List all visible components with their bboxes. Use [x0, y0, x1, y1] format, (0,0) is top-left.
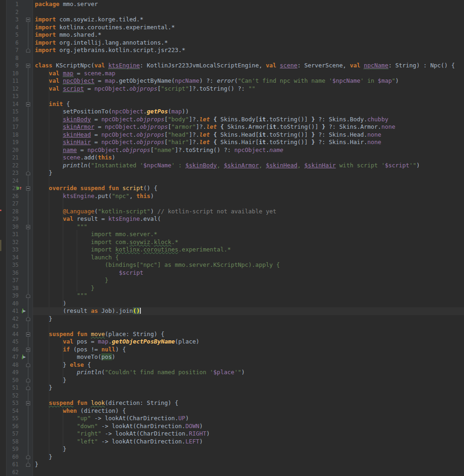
line-number[interactable]: 53 — [0, 399, 19, 407]
line-number[interactable]: 4 — [0, 24, 19, 32]
code-line[interactable]: 48 } else { — [0, 361, 464, 369]
code-line[interactable]: 50 } — [0, 377, 464, 384]
code-line[interactable]: 13 — [0, 93, 464, 100]
code-line[interactable]: 38 } — [0, 284, 464, 292]
code-line[interactable]: 39 """ — [0, 292, 464, 300]
line-number[interactable]: 40 — [0, 300, 19, 308]
fold-end-icon[interactable] — [26, 386, 30, 390]
fold-start-icon[interactable] — [26, 18, 30, 22]
line-number[interactable]: 3 — [0, 16, 19, 24]
line-number[interactable]: 16 — [0, 116, 19, 124]
line-number[interactable]: 58 — [0, 438, 19, 446]
line-number[interactable]: 46 — [0, 346, 19, 354]
fold-start-icon[interactable] — [26, 102, 30, 106]
line-number[interactable]: 12 — [0, 85, 19, 93]
code-line[interactable]: 58 "left" -> lookAt(CharDirection.LEFT) — [0, 438, 464, 446]
code-line[interactable]: 34 launch { — [0, 254, 464, 262]
code-line[interactable]: 33 import kotlinx.coroutines.experimenta… — [0, 246, 464, 254]
code-line[interactable]: 10 val map = scene.map — [0, 70, 464, 78]
fold-end-icon[interactable] — [26, 48, 30, 53]
code-line[interactable]: 36 $script — [0, 269, 464, 277]
code-line[interactable]: 41 (result as Job).join() — [0, 307, 464, 315]
line-number[interactable]: 14 — [0, 100, 19, 108]
line-number[interactable]: 37 — [0, 277, 19, 284]
code-line[interactable]: 7import org.jetbrains.kotlin.script.jsr2… — [0, 46, 464, 54]
code-line[interactable]: 53 suspend fun look(direction: String) { — [0, 399, 464, 407]
fold-end-icon[interactable] — [26, 171, 30, 175]
code-editor[interactable]: 1package mmo.server23import com.soywiz.k… — [0, 0, 464, 476]
line-number[interactable]: 39 — [0, 292, 19, 300]
code-line[interactable]: 26 ktsEngine.put("npc", this) — [0, 192, 464, 200]
code-line[interactable]: 18 skinHead = npcObject.objprops["head"]… — [0, 131, 464, 139]
code-line[interactable]: 52 — [0, 392, 464, 400]
line-number[interactable]: 23 — [0, 169, 19, 177]
line-number[interactable]: 5 — [0, 31, 19, 39]
code-line[interactable]: 46 if (pos != null) { — [0, 346, 464, 354]
fold-start-icon[interactable] — [26, 348, 30, 352]
line-number[interactable]: 61 — [0, 461, 19, 469]
line-number[interactable]: 56 — [0, 423, 19, 430]
line-number[interactable]: 8 — [0, 54, 19, 62]
line-number[interactable]: 1 — [0, 0, 19, 8]
code-line[interactable]: 61} — [0, 461, 464, 469]
code-line[interactable]: 35 (bindings["npc"] as mmo.server.KScrip… — [0, 261, 464, 269]
code-line[interactable]: 8 — [0, 54, 464, 62]
code-line[interactable]: 47 moveTo(pos) — [0, 353, 464, 361]
line-number[interactable]: 7 — [0, 46, 19, 54]
code-line[interactable]: 37 } — [0, 277, 464, 284]
fold-end-icon[interactable] — [26, 363, 30, 367]
line-number[interactable]: 15 — [0, 108, 19, 116]
line-number[interactable]: 28 — [0, 208, 19, 216]
line-number[interactable]: 24 — [0, 177, 19, 185]
line-number[interactable]: 36 — [0, 269, 19, 277]
line-number[interactable]: 43 — [0, 323, 19, 331]
code-line[interactable]: 28 @Language("kotlin-script") // kotlin-… — [0, 208, 464, 216]
code-line[interactable]: 49 println("Couldn't find named position… — [0, 369, 464, 377]
code-line[interactable]: 62 — [0, 469, 464, 476]
fold-end-icon[interactable] — [26, 294, 30, 298]
line-number[interactable]: 51 — [0, 384, 19, 392]
line-number[interactable]: 44 — [0, 331, 19, 338]
fold-start-icon[interactable] — [26, 225, 30, 229]
line-number[interactable]: 54 — [0, 407, 19, 415]
fold-end-icon[interactable] — [26, 317, 30, 321]
code-line[interactable]: 16 skinBody = npcObject.objprops["body"]… — [0, 116, 464, 124]
code-line[interactable]: 54 when (direction) { — [0, 407, 464, 415]
code-line[interactable]: 24 — [0, 177, 464, 185]
code-line[interactable]: 23 } — [0, 169, 464, 177]
line-number[interactable]: 55 — [0, 415, 19, 423]
line-number[interactable]: 60 — [0, 453, 19, 461]
code-line[interactable]: 22 println("Instantiated '$npcName' : $s… — [0, 162, 464, 170]
line-number[interactable]: 47 — [0, 353, 19, 361]
code-line[interactable]: 59 } — [0, 445, 464, 453]
code-line[interactable]: 5import mmo.shared.* — [0, 31, 464, 39]
line-number[interactable]: 50 — [0, 377, 19, 384]
code-line[interactable]: 9class KScriptNpc(val ktsEngine: KotlinJ… — [0, 62, 464, 70]
fold-start-icon[interactable] — [26, 401, 30, 405]
fold-end-icon[interactable] — [26, 378, 30, 383]
line-number[interactable]: 32 — [0, 238, 19, 246]
line-number[interactable]: 2 — [0, 8, 19, 16]
code-line[interactable]: 44 suspend fun move(place: String) { — [0, 331, 464, 338]
override-method-gutter-icon[interactable]: o↑ — [16, 185, 22, 192]
line-number[interactable]: 29 — [0, 215, 19, 223]
code-line[interactable]: 3import com.soywiz.korge.tiled.* — [0, 16, 464, 24]
code-line[interactable]: 25o↑ override suspend fun script() { — [0, 185, 464, 192]
code-line[interactable]: 57 "right" -> lookAt(CharDirection.RIGHT… — [0, 430, 464, 438]
line-number[interactable]: 11 — [0, 77, 19, 85]
code-line[interactable]: 17 skinArmor = npcObject.objprops["armor… — [0, 123, 464, 131]
code-line[interactable]: 60 } — [0, 453, 464, 461]
fold-end-icon[interactable] — [26, 463, 30, 467]
line-number[interactable]: 30 — [0, 223, 19, 231]
code-line[interactable]: 30 """ — [0, 223, 464, 231]
code-line[interactable]: 31 import mmo.server.* — [0, 231, 464, 238]
line-number[interactable]: 20 — [0, 146, 19, 154]
line-number[interactable]: 41 — [0, 307, 19, 315]
line-number[interactable]: 52 — [0, 392, 19, 400]
code-line[interactable]: 15 setPositionTo(npcObject.getPos(map)) — [0, 108, 464, 116]
code-line[interactable]: 19 skinHair = npcObject.objprops["hair"]… — [0, 139, 464, 146]
code-line[interactable]: 27 — [0, 200, 464, 208]
line-number[interactable]: 17 — [0, 123, 19, 131]
line-number[interactable]: 45 — [0, 338, 19, 346]
code-line[interactable]: 14 init { — [0, 100, 464, 108]
